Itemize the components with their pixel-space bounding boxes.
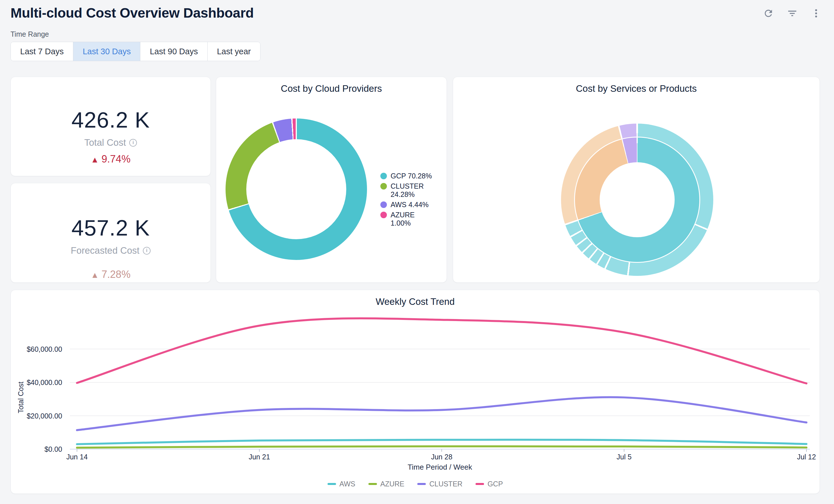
cloud-providers-donut-chart[interactable]	[225, 118, 367, 260]
gcp-legend-dot	[380, 173, 387, 179]
more-vertical-icon	[811, 8, 821, 19]
total-cost-label-row: Total Cost	[11, 137, 211, 148]
forecasted-cost-card: 457.2 K Forecasted Cost ▲7.28%	[10, 183, 211, 283]
cluster-legend-dash	[417, 483, 426, 485]
sunburst-hole	[600, 162, 675, 237]
azure-legend-dash	[368, 483, 377, 485]
refresh-icon	[763, 8, 774, 19]
header-actions	[762, 7, 822, 20]
legend-item-cluster[interactable]: CLUSTER 24.28%	[380, 182, 435, 199]
time-range-label: Time Range	[10, 30, 49, 38]
triangle-up-icon: ▲	[91, 155, 99, 164]
trend-legend-item-aws[interactable]: AWS	[328, 480, 355, 488]
series-line-aws	[77, 440, 807, 444]
aws-legend-dash	[328, 483, 336, 485]
weekly-cost-trend-panel: Weekly Cost Trend Jun 14Jun 21Jun 28Jul …	[10, 290, 820, 494]
total-cost-card: 426.2 K Total Cost ▲9.74%	[10, 77, 211, 176]
cost-by-services-panel: Cost by Services or Products	[453, 77, 820, 283]
cost-by-services-title: Cost by Services or Products	[453, 83, 819, 94]
refresh-button[interactable]	[762, 7, 775, 20]
time-range-option-last-30-days[interactable]: Last 30 Days	[73, 42, 140, 61]
trend-legend-item-cluster[interactable]: CLUSTER	[417, 480, 462, 488]
gcp-legend-dash	[476, 483, 484, 485]
forecasted-cost-label-row: Forecasted Cost	[11, 245, 211, 256]
y-tick-label: $0.00	[44, 445, 62, 453]
forecasted-cost-delta: ▲7.28%	[11, 268, 211, 280]
page-title: Multi-cloud Cost Overview Dashboard	[10, 5, 254, 21]
trend-legend: AWS AZURE CLUSTER GCP	[11, 480, 819, 488]
x-tick-label: Jul 5	[617, 453, 632, 461]
x-tick-label: Jun 28	[431, 453, 452, 461]
info-icon[interactable]	[129, 139, 137, 147]
total-cost-delta: ▲9.74%	[11, 153, 211, 165]
cost-by-cloud-providers-title: Cost by Cloud Providers	[216, 83, 446, 94]
y-axis-title: Total Cost	[17, 381, 25, 413]
time-range-option-last-7-days[interactable]: Last 7 Days	[11, 42, 73, 61]
forecasted-cost-value: 457.2 K	[11, 217, 211, 239]
forecasted-cost-label: Forecasted Cost	[71, 245, 139, 256]
total-cost-value: 426.2 K	[11, 109, 211, 131]
time-range-option-last-90-days[interactable]: Last 90 Days	[140, 42, 207, 61]
y-tick-label: $40,000.00	[27, 378, 62, 387]
donut-hole	[246, 139, 346, 239]
x-axis-title: Time Period / Week	[70, 463, 810, 472]
services-sunburst-chart[interactable]	[561, 124, 713, 276]
filter-icon	[787, 8, 798, 19]
legend-item-gcp[interactable]: GCP 70.28%	[380, 172, 435, 180]
time-range-group: Last 7 Days Last 30 Days Last 90 Days La…	[10, 42, 261, 61]
more-menu-button[interactable]	[810, 7, 822, 20]
weekly-cost-trend-title: Weekly Cost Trend	[11, 296, 819, 307]
azure-legend-dot	[380, 212, 387, 218]
info-icon[interactable]	[143, 247, 151, 255]
y-tick-label: $20,000.00	[27, 412, 62, 420]
total-cost-label: Total Cost	[84, 137, 126, 148]
series-line-gcp	[77, 318, 807, 383]
series-line-cluster	[77, 397, 807, 430]
time-range-option-last-year[interactable]: Last year	[207, 42, 260, 61]
filter-button[interactable]	[786, 7, 799, 20]
aws-legend-dot	[380, 201, 387, 208]
trend-legend-item-azure[interactable]: AZURE	[368, 480, 404, 488]
weekly-cost-trend-chart[interactable]: Jun 14Jun 21Jun 28Jul 5Jul 12$0.00$20,00…	[11, 310, 820, 465]
trend-legend-item-gcp[interactable]: GCP	[476, 480, 503, 488]
cost-by-cloud-providers-panel: Cost by Cloud Providers GCP 70.28% CLUST…	[216, 77, 447, 283]
y-tick-label: $60,000.00	[27, 345, 62, 353]
cluster-legend-dot	[380, 183, 387, 190]
series-line-azure	[77, 446, 807, 448]
x-tick-label: Jun 14	[66, 453, 87, 461]
triangle-up-icon: ▲	[91, 270, 99, 280]
donut-legend: GCP 70.28% CLUSTER 24.28% AWS 4.44% AZUR…	[380, 172, 435, 229]
legend-item-aws[interactable]: AWS 4.44%	[380, 201, 435, 209]
x-tick-label: Jun 21	[248, 453, 270, 461]
legend-item-azure[interactable]: AZURE 1.00%	[380, 211, 435, 227]
x-tick-label: Jul 12	[797, 453, 816, 461]
